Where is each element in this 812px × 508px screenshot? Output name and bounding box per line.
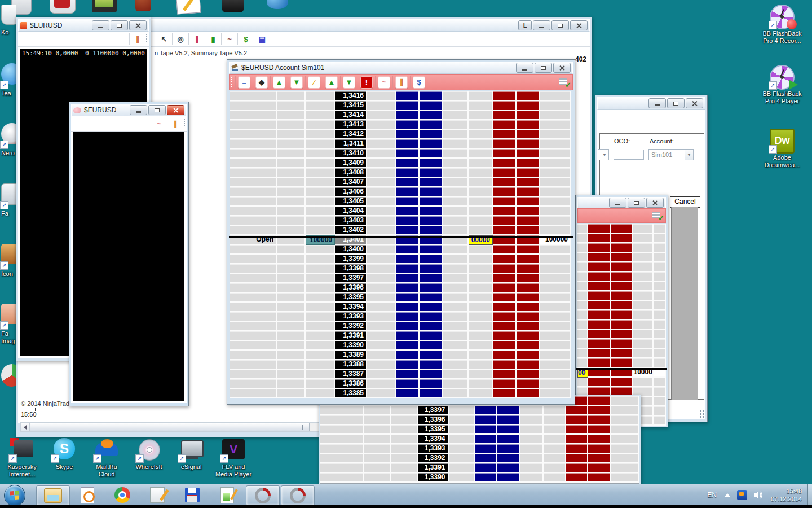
ladder-cell[interactable]: 1,3392 bbox=[418, 454, 448, 463]
ladder-cell[interactable] bbox=[469, 207, 493, 216]
ladder-cell[interactable] bbox=[633, 272, 653, 282]
ladder-cell[interactable] bbox=[517, 91, 540, 101]
ladder-cell[interactable]: 1,3402 bbox=[335, 226, 367, 235]
ladder-cell[interactable] bbox=[588, 253, 611, 262]
ladder-cell[interactable] bbox=[367, 274, 396, 283]
ladder-cell[interactable] bbox=[469, 197, 493, 207]
ladder-cell[interactable] bbox=[443, 351, 469, 360]
ladder-cell[interactable] bbox=[396, 264, 420, 274]
ladder-cell[interactable] bbox=[367, 139, 396, 149]
movie-maker-icon[interactable] bbox=[50, 0, 76, 14]
ladder-cell[interactable] bbox=[469, 379, 493, 389]
ladder-cell[interactable] bbox=[654, 387, 666, 397]
ladder-cell[interactable]: 1,3399 bbox=[335, 255, 367, 264]
ladder-cell[interactable] bbox=[520, 425, 544, 435]
ladder-cell[interactable]: 1,3398 bbox=[335, 264, 367, 274]
desktop-icon-skype[interactable]: S➚ Skype bbox=[42, 438, 86, 471]
zoom-icon[interactable]: ◎ bbox=[175, 33, 186, 45]
ladder-cell[interactable] bbox=[577, 330, 588, 339]
link-button[interactable]: L bbox=[518, 20, 532, 30]
ladder-cell[interactable] bbox=[633, 320, 653, 330]
ladder-cell[interactable] bbox=[540, 111, 571, 120]
ladder-cell[interactable] bbox=[493, 274, 517, 283]
restore-button[interactable] bbox=[111, 20, 128, 30]
sell-stop-icon[interactable]: ▼ bbox=[343, 76, 355, 89]
ladder-cell[interactable] bbox=[588, 243, 611, 253]
ladder-cell[interactable] bbox=[493, 187, 517, 197]
ladder-cell[interactable]: 1,3397 bbox=[418, 406, 448, 415]
minimize-button[interactable] bbox=[609, 198, 626, 208]
ladder-cell[interactable] bbox=[364, 444, 391, 454]
ladder-cell[interactable] bbox=[367, 101, 396, 111]
ladder-cell[interactable] bbox=[577, 310, 588, 320]
ladder-cell[interactable] bbox=[306, 130, 335, 139]
ladder-cell[interactable] bbox=[611, 282, 634, 291]
ladder-cell[interactable] bbox=[391, 473, 419, 483]
ladder-cell[interactable] bbox=[469, 331, 493, 341]
ladder-cell[interactable] bbox=[367, 351, 396, 360]
ladder-cell[interactable] bbox=[420, 293, 443, 303]
ladder-cell[interactable] bbox=[396, 120, 420, 130]
ladder-cell[interactable] bbox=[544, 444, 566, 454]
close-button[interactable] bbox=[167, 105, 184, 115]
ladder-cell[interactable] bbox=[396, 312, 420, 322]
ladder-cell[interactable] bbox=[475, 454, 497, 463]
ladder-cell[interactable] bbox=[544, 425, 566, 435]
ladder-cell[interactable] bbox=[654, 224, 666, 234]
ladder-cell[interactable] bbox=[306, 360, 335, 370]
ladder-cell[interactable] bbox=[420, 379, 443, 389]
ladder-cell[interactable] bbox=[230, 264, 277, 274]
ladder-cell[interactable] bbox=[654, 301, 666, 310]
desktop-icon-esignal[interactable]: ➚ eSignal bbox=[169, 438, 213, 471]
tools-icon[interactable]: ∥ bbox=[132, 33, 143, 45]
ladder-cell[interactable]: 1,3394 bbox=[335, 303, 367, 312]
ladder-cell[interactable] bbox=[306, 159, 335, 168]
ladder-cell[interactable] bbox=[588, 463, 610, 473]
tray-clock[interactable]: 15:48 07.12.2014 bbox=[771, 487, 802, 503]
ladder-cell[interactable] bbox=[420, 245, 443, 255]
ladder-cell[interactable] bbox=[540, 283, 571, 293]
ladder-cell[interactable] bbox=[588, 415, 610, 425]
desktop-icon-fa[interactable]: ➚ Fa bbox=[1, 183, 16, 217]
ladder-cell[interactable] bbox=[493, 178, 517, 187]
ladder-cell[interactable] bbox=[420, 322, 443, 331]
ladder-cell[interactable] bbox=[320, 406, 364, 415]
ladder-cell[interactable] bbox=[566, 444, 588, 454]
ladder-cell[interactable] bbox=[588, 473, 610, 483]
ladder-cell[interactable] bbox=[364, 435, 391, 444]
piggy-window[interactable]: $EURUSD ~∥ bbox=[69, 102, 189, 406]
ladder-cell[interactable] bbox=[493, 111, 517, 120]
ladder-cell[interactable] bbox=[611, 262, 634, 272]
ladder-cell[interactable] bbox=[540, 245, 571, 255]
ladder-cell[interactable] bbox=[517, 379, 540, 389]
ladder-cell[interactable] bbox=[577, 378, 588, 387]
ladder-cell[interactable] bbox=[277, 245, 306, 255]
ladder-cell[interactable] bbox=[443, 293, 469, 303]
ladder-cell[interactable] bbox=[540, 360, 571, 370]
ladder-cell[interactable] bbox=[306, 293, 335, 303]
ladder-cell[interactable] bbox=[493, 101, 517, 111]
ladder-cell[interactable] bbox=[230, 370, 277, 379]
ladder-cell[interactable] bbox=[517, 331, 540, 341]
ladder-cell[interactable] bbox=[588, 310, 611, 320]
ladder-cell[interactable] bbox=[367, 111, 396, 120]
ladder-cell[interactable] bbox=[420, 283, 443, 293]
ladder-cell[interactable] bbox=[443, 255, 469, 264]
ladder-cell[interactable] bbox=[577, 243, 588, 253]
ladder-cell[interactable] bbox=[540, 312, 571, 322]
ladder-cell[interactable] bbox=[469, 111, 493, 120]
ladder-cell[interactable] bbox=[588, 358, 611, 368]
ladder-cell[interactable] bbox=[230, 178, 277, 187]
ladder-cell[interactable] bbox=[577, 282, 588, 291]
ladder-cell[interactable] bbox=[588, 378, 611, 387]
minimize-button[interactable] bbox=[130, 105, 147, 115]
desktop-icon-fa-imag[interactable]: ➚ Fa Imag bbox=[1, 304, 16, 345]
ladder-cell[interactable]: 1,3385 bbox=[335, 389, 367, 398]
ladder-cell[interactable] bbox=[306, 139, 335, 149]
bird-icon[interactable]: ◆ bbox=[255, 76, 268, 89]
ladder-cell[interactable] bbox=[396, 139, 420, 149]
ladder-cell[interactable] bbox=[588, 454, 610, 463]
dom-right-window[interactable]: ✓ 00100000 bbox=[575, 195, 668, 427]
ladder-cell[interactable] bbox=[443, 178, 469, 187]
start-button[interactable] bbox=[4, 485, 25, 506]
